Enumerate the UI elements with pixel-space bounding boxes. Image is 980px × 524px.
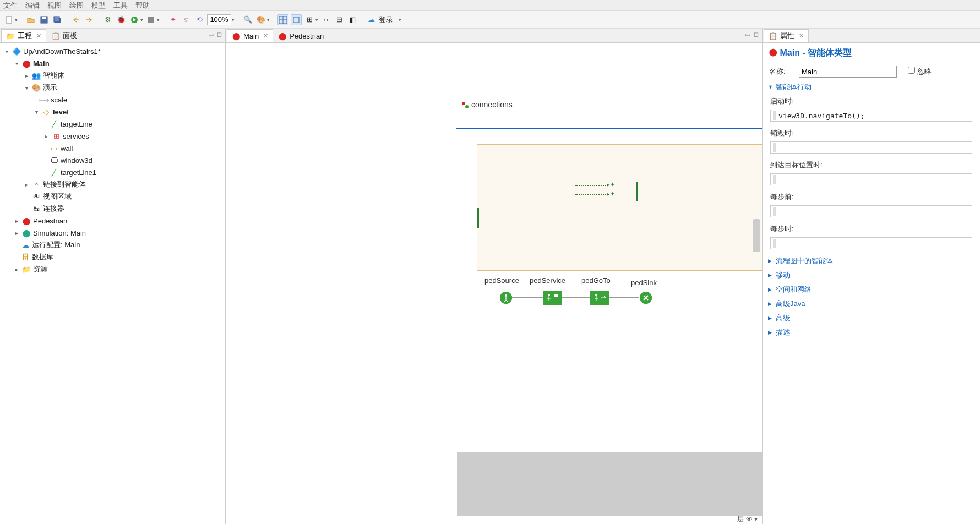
section-description[interactable]: ▶描述 <box>763 325 980 340</box>
link-icon[interactable]: ⟲ <box>194 14 205 25</box>
tree-agent[interactable]: ▸👥智能体 <box>1 69 224 81</box>
section-advanced[interactable]: ▶高级 <box>763 311 980 325</box>
redo-icon[interactable] <box>84 14 95 25</box>
view3d-area[interactable] <box>457 452 762 516</box>
layer-control[interactable]: 层 👁 ▾ <box>737 515 758 524</box>
open-icon[interactable] <box>25 14 36 25</box>
maximize-icon[interactable]: ◻ <box>217 31 222 38</box>
tab-panel[interactable]: 📋 面板 <box>46 29 82 42</box>
editor-tab-pedestrian[interactable]: ⬤ Pedestrian <box>273 29 329 42</box>
editor-canvas[interactable]: connections ▸✦ ▸✦ pedSource pedService p… <box>226 43 762 524</box>
palette-icon[interactable]: 🎨 <box>255 14 266 25</box>
minimize-icon[interactable]: ▭ <box>745 31 750 38</box>
service-queue-1[interactable] <box>575 185 606 186</box>
login-button[interactable]: 登录 <box>379 15 393 25</box>
new-dropdown[interactable]: ▾ <box>15 17 18 23</box>
flow-connector-2[interactable] <box>562 297 591 298</box>
login-dropdown[interactable]: ▾ <box>399 17 401 23</box>
maximize-icon[interactable]: ◻ <box>754 31 759 38</box>
tree-pedestrian[interactable]: ▸⬤Pedestrian <box>1 215 224 227</box>
tree-scale[interactable]: ⟼scale <box>1 94 224 106</box>
room-rect[interactable] <box>477 144 762 271</box>
close-icon[interactable]: ✕ <box>799 32 804 40</box>
zoom-input[interactable] <box>207 14 231 25</box>
menu-tools[interactable]: 工具 <box>113 1 128 10</box>
connections-icon[interactable] <box>461 101 468 108</box>
tree-viewarea[interactable]: 👁视图区域 <box>1 190 224 203</box>
tree-main[interactable]: ▾⬤Main <box>1 57 224 69</box>
tool-c-icon[interactable]: ◧ <box>347 14 358 25</box>
tab-properties[interactable]: 📋 属性 ✕ <box>764 29 809 42</box>
tree-level[interactable]: ▾◇level <box>1 106 224 118</box>
menu-draw[interactable]: 绘图 <box>69 1 84 10</box>
targetline-right[interactable] <box>636 182 638 201</box>
tree-root[interactable]: ▾🔷UpAndDownTheStairs1* <box>1 45 224 57</box>
pedsink-node[interactable] <box>640 292 652 304</box>
section-agent-actions[interactable]: ▼智能体行动 <box>763 80 980 94</box>
ondestroy-input[interactable] <box>770 141 972 154</box>
onstartup-input[interactable]: view3D.navigateTo(); <box>770 110 972 122</box>
editor-tab-main[interactable]: ⬤ Main ✕ <box>227 29 273 42</box>
close-icon[interactable]: ✕ <box>263 32 268 40</box>
snap-icon[interactable] <box>291 14 302 25</box>
tree-presentation[interactable]: ▾🎨演示 <box>1 81 224 94</box>
section-advjava[interactable]: ▶高级Java <box>763 297 980 311</box>
tree-wall[interactable]: ▭wall <box>1 142 224 154</box>
flow-connector-3[interactable] <box>608 297 639 298</box>
undo-icon[interactable] <box>70 14 81 25</box>
menu-help[interactable]: 帮助 <box>135 1 150 10</box>
menu-view[interactable]: 视图 <box>47 1 62 10</box>
menu-file[interactable]: 文件 <box>3 1 18 10</box>
targetline-left[interactable] <box>477 208 479 228</box>
tab-project[interactable]: 📁 工程 ✕ <box>1 29 46 42</box>
tree-services[interactable]: ▸⊞services <box>1 130 224 142</box>
grid-icon[interactable] <box>277 14 288 25</box>
section-space[interactable]: ▶空间和网络 <box>763 282 980 297</box>
tree-runconfig[interactable]: ☁运行配置: Main <box>1 239 224 251</box>
pedgoto-node[interactable] <box>590 291 609 305</box>
service-queue-2[interactable] <box>575 194 606 195</box>
tree-resources[interactable]: ▸📁资源 <box>1 263 224 275</box>
tree-window3d[interactable]: 🖵window3d <box>1 154 224 166</box>
tree-linkagent[interactable]: ▸⚬链接到智能体 <box>1 178 224 190</box>
close-icon[interactable]: ✕ <box>36 32 41 40</box>
beforestep-input[interactable] <box>770 205 972 217</box>
menu-edit[interactable]: 编辑 <box>25 1 40 10</box>
menu-model[interactable]: 模型 <box>91 1 106 10</box>
save-all-icon[interactable] <box>52 14 63 25</box>
guides-icon[interactable]: ⊞ <box>304 14 315 25</box>
service-point-2[interactable]: ▸✦ <box>607 190 615 198</box>
pedsource-node[interactable] <box>500 292 512 304</box>
pedservice-node[interactable] <box>543 291 562 305</box>
ignore-checkbox[interactable]: 忽略 <box>908 67 932 77</box>
zoom-dropdown[interactable]: ▾ <box>232 17 235 23</box>
magic-icon[interactable]: ✦ <box>167 14 178 25</box>
search-icon[interactable]: 🔍 <box>242 14 253 25</box>
palette-dropdown[interactable]: ▾ <box>267 17 270 23</box>
cloud-icon[interactable]: ☁ <box>366 14 377 25</box>
query-icon[interactable]: ⎋ <box>181 14 192 25</box>
run-dropdown[interactable]: ▾ <box>140 17 143 23</box>
tree-connectors[interactable]: ↹连接器 <box>1 203 224 215</box>
tree-targetline1[interactable]: ╱targetLine1 <box>1 166 224 178</box>
section-movement[interactable]: ▶移动 <box>763 268 980 282</box>
debug-icon[interactable]: 🐞 <box>116 14 127 25</box>
run-icon[interactable] <box>129 14 140 25</box>
tree-database[interactable]: 🗄数据库 <box>1 251 224 263</box>
save-icon[interactable] <box>39 14 50 25</box>
scrollbar-vertical[interactable] <box>753 219 760 252</box>
new-icon[interactable] <box>3 14 14 25</box>
tool-b-icon[interactable]: ⊟ <box>334 14 345 25</box>
onstep-input[interactable] <box>770 237 972 249</box>
flow-connector-1[interactable] <box>511 297 543 298</box>
tree-simulation[interactable]: ▸⬤Simulation: Main <box>1 227 224 239</box>
tool-a-icon[interactable]: ↔ <box>320 14 331 25</box>
name-input[interactable] <box>799 66 897 78</box>
service-point-1[interactable]: ▸✦ <box>607 181 615 188</box>
guides-dropdown[interactable]: ▾ <box>315 17 318 23</box>
stop-dropdown[interactable]: ▾ <box>157 17 160 23</box>
onarrival-input[interactable] <box>770 173 972 185</box>
stop-icon[interactable] <box>145 14 156 25</box>
section-flow-agent[interactable]: ▶流程图中的智能体 <box>763 254 980 268</box>
minimize-icon[interactable]: ▭ <box>208 31 214 38</box>
